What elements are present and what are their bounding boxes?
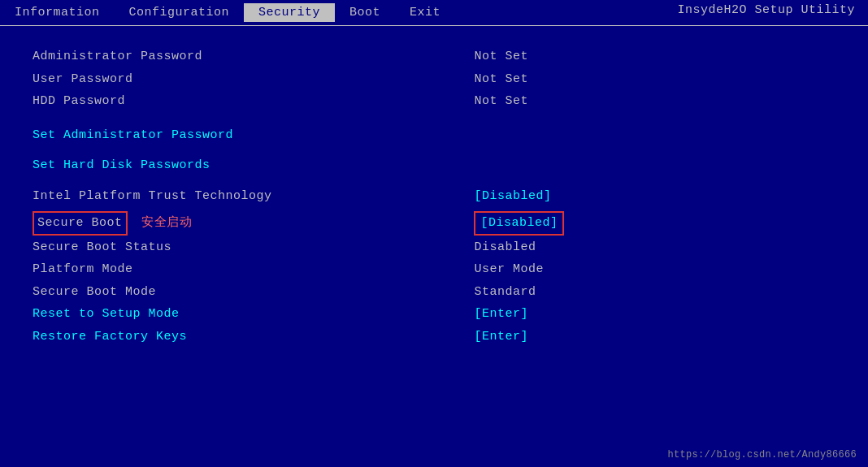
restore-factory-keys-label[interactable]: Restore Factory Keys [33,326,474,348]
secure-boot-mode-label: Secure Boot Mode [33,281,474,304]
secure-boot-value: [Disabled] [480,216,558,230]
secure-boot-label: Secure Boot [37,216,123,230]
menu-bar: InsydeH2O Setup Utility Information Conf… [0,0,868,26]
secure-boot-cell-left: Secure Boot 安全启动 [33,210,474,236]
restore-factory-keys-value[interactable]: [Enter] [474,326,835,348]
user-password-row: User Password Not Set [33,68,835,91]
secure-boot-value-box[interactable]: [Disabled] [474,211,564,236]
admin-password-label: Administrator Password [33,45,474,68]
secure-boot-mode-row: Secure Boot Mode Standard [33,281,835,304]
menu-item-exit[interactable]: Exit [395,3,455,22]
hdd-password-label: HDD Password [33,90,474,113]
reset-to-setup-label[interactable]: Reset to Setup Mode [33,303,474,326]
secure-boot-cell-right: [Disabled] [474,210,835,236]
set-admin-password-row[interactable]: Set Administrator Password [33,124,835,147]
secure-boot-row[interactable]: Secure Boot 安全启动 [Disabled] [33,210,835,236]
utility-title: InsydeH2O Setup Utility [677,3,855,17]
secure-boot-mode-value: Standard [474,281,835,304]
intel-platform-label: Intel Platform Trust Technology [33,185,474,208]
secure-boot-status-label: Secure Boot Status [33,236,474,259]
secure-boot-label-box[interactable]: Secure Boot [33,211,128,236]
platform-mode-row: Platform Mode User Mode [33,258,835,281]
menu-item-boot[interactable]: Boot [335,3,395,22]
hdd-password-row: HDD Password Not Set [33,90,835,113]
menu-item-security[interactable]: Security [244,3,335,22]
user-password-label: User Password [33,68,474,91]
watermark: https://blog.csdn.net/Andy86666 [667,449,857,461]
reset-to-setup-row[interactable]: Reset to Setup Mode [Enter] [33,303,835,326]
menu-item-configuration[interactable]: Configuration [115,3,245,22]
secure-boot-status-value: Disabled [474,236,835,259]
restore-factory-keys-row[interactable]: Restore Factory Keys [Enter] [33,326,835,348]
secure-boot-chinese-label: 安全启动 [141,216,192,230]
spacer-3 [33,177,835,185]
platform-mode-value: User Mode [474,258,835,281]
set-admin-password-label[interactable]: Set Administrator Password [33,124,474,147]
platform-mode-label: Platform Mode [33,258,474,281]
set-hdd-passwords-label[interactable]: Set Hard Disk Passwords [33,154,474,177]
spacer-1 [33,113,835,124]
intel-platform-value[interactable]: [Disabled] [474,185,835,208]
settings-table: Administrator Password Not Set User Pass… [33,45,835,348]
admin-password-row: Administrator Password Not Set [33,45,835,68]
admin-password-value: Not Set [474,45,835,68]
menu-item-information[interactable]: Information [0,3,115,22]
hdd-password-value: Not Set [474,90,835,113]
set-hdd-passwords-row[interactable]: Set Hard Disk Passwords [33,154,835,177]
intel-platform-row[interactable]: Intel Platform Trust Technology [Disable… [33,185,835,208]
reset-to-setup-value[interactable]: [Enter] [474,303,835,326]
spacer-2 [33,146,835,154]
secure-boot-status-row: Secure Boot Status Disabled [33,236,835,259]
user-password-value: Not Set [474,68,835,91]
main-content: Administrator Password Not Set User Pass… [0,26,868,364]
